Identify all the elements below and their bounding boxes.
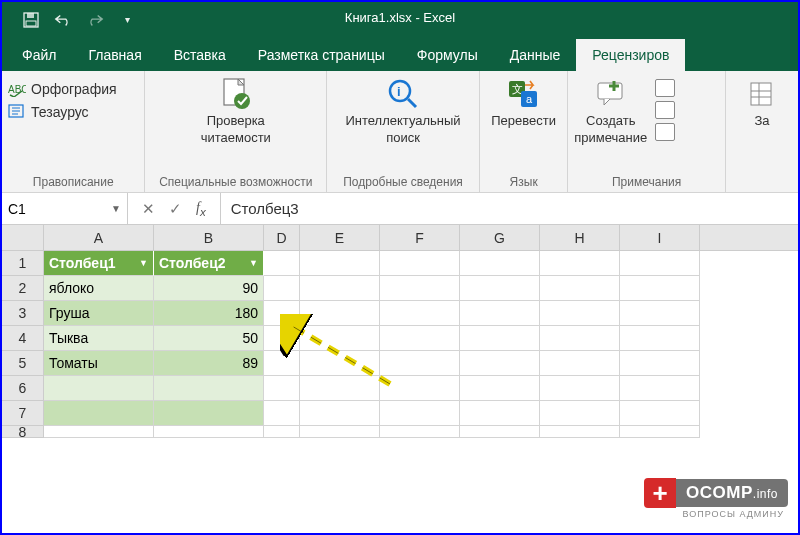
cell[interactable] [620, 276, 700, 301]
cell[interactable] [540, 326, 620, 351]
select-all-corner[interactable] [2, 225, 44, 250]
cell[interactable] [620, 401, 700, 426]
new-comment-button[interactable]: Создать примечание [574, 75, 647, 145]
cell[interactable] [380, 351, 460, 376]
cell-B5[interactable]: 89 [154, 351, 264, 376]
tab-file[interactable]: Файл [6, 39, 72, 71]
filter-dropdown-icon[interactable]: ▼ [139, 258, 148, 268]
tab-page-layout[interactable]: Разметка страницы [242, 39, 401, 71]
col-header-F[interactable]: F [380, 225, 460, 250]
cell[interactable] [540, 401, 620, 426]
delete-comment-button[interactable] [655, 79, 675, 97]
cell[interactable] [264, 376, 300, 401]
cell-A7[interactable] [44, 401, 154, 426]
col-header-A[interactable]: A [44, 225, 154, 250]
undo-icon[interactable] [54, 11, 72, 29]
cell[interactable] [300, 301, 380, 326]
cell-A5[interactable]: Томаты [44, 351, 154, 376]
cell[interactable] [460, 376, 540, 401]
col-header-H[interactable]: H [540, 225, 620, 250]
cell[interactable] [460, 426, 540, 438]
cell[interactable] [300, 251, 380, 276]
cell[interactable] [540, 426, 620, 438]
row-header-8[interactable]: 8 [2, 426, 44, 438]
smart-lookup-button[interactable]: i Интеллектуальный поиск [345, 75, 460, 145]
cell[interactable] [460, 301, 540, 326]
cell[interactable] [300, 326, 380, 351]
cell-B3[interactable]: 180 [154, 301, 264, 326]
row-header-4[interactable]: 4 [2, 326, 44, 351]
cell-B6[interactable] [154, 376, 264, 401]
cell[interactable] [380, 326, 460, 351]
cell[interactable] [620, 376, 700, 401]
redo-icon[interactable] [86, 11, 104, 29]
cell[interactable] [460, 251, 540, 276]
col-header-E[interactable]: E [300, 225, 380, 250]
row-header-1[interactable]: 1 [2, 251, 44, 276]
cell[interactable] [300, 426, 380, 438]
cell[interactable] [620, 426, 700, 438]
cell[interactable] [380, 276, 460, 301]
cell[interactable] [540, 276, 620, 301]
cell[interactable] [300, 351, 380, 376]
next-comment-button[interactable] [655, 123, 675, 141]
name-box-dropdown-icon[interactable]: ▼ [111, 203, 121, 214]
prev-comment-button[interactable] [655, 101, 675, 119]
cell-B2[interactable]: 90 [154, 276, 264, 301]
row-header-2[interactable]: 2 [2, 276, 44, 301]
cell[interactable] [460, 351, 540, 376]
tab-home[interactable]: Главная [72, 39, 157, 71]
worksheet-grid[interactable]: A B D E F G H I 1 Столбец1▼ Столбец2▼ 2 … [2, 225, 798, 438]
check-accessibility-button[interactable]: Проверка читаемости [201, 75, 271, 145]
cell[interactable] [620, 251, 700, 276]
translate-button[interactable]: 文a Перевести [491, 75, 556, 144]
name-box[interactable]: C1 ▼ [2, 193, 128, 224]
cell[interactable] [380, 251, 460, 276]
cell[interactable] [620, 351, 700, 376]
cell[interactable] [264, 426, 300, 438]
formula-bar[interactable]: Столбец3 [221, 200, 798, 217]
cell[interactable] [154, 426, 264, 438]
cell[interactable] [540, 251, 620, 276]
col-header-G[interactable]: G [460, 225, 540, 250]
cell[interactable] [300, 401, 380, 426]
cell[interactable] [540, 351, 620, 376]
col-header-D[interactable]: D [264, 225, 300, 250]
cell-A4[interactable]: Тыква [44, 326, 154, 351]
cell[interactable] [540, 301, 620, 326]
cell[interactable] [300, 276, 380, 301]
cell-A2[interactable]: яблоко [44, 276, 154, 301]
cell[interactable] [540, 376, 620, 401]
cell[interactable] [380, 376, 460, 401]
cell[interactable] [264, 251, 300, 276]
cell[interactable] [620, 301, 700, 326]
tab-review[interactable]: Рецензиров [576, 39, 685, 71]
cell[interactable] [620, 326, 700, 351]
cell[interactable] [380, 401, 460, 426]
cell[interactable] [300, 376, 380, 401]
cell[interactable] [460, 276, 540, 301]
row-header-3[interactable]: 3 [2, 301, 44, 326]
col-header-B[interactable]: B [154, 225, 264, 250]
enter-icon[interactable]: ✓ [169, 200, 182, 218]
cell-B4[interactable]: 50 [154, 326, 264, 351]
cell[interactable] [380, 426, 460, 438]
cell-A6[interactable] [44, 376, 154, 401]
table-header-col1[interactable]: Столбец1▼ [44, 251, 154, 276]
col-header-I[interactable]: I [620, 225, 700, 250]
protect-button[interactable]: За [732, 75, 792, 128]
cell-A3[interactable]: Груша [44, 301, 154, 326]
qat-customize-icon[interactable]: ▾ [118, 11, 136, 29]
tab-formulas[interactable]: Формулы [401, 39, 494, 71]
save-icon[interactable] [22, 11, 40, 29]
fx-icon[interactable]: fx [196, 200, 206, 218]
filter-dropdown-icon[interactable]: ▼ [249, 258, 258, 268]
cell[interactable] [264, 401, 300, 426]
row-header-6[interactable]: 6 [2, 376, 44, 401]
cell[interactable] [264, 276, 300, 301]
tab-insert[interactable]: Вставка [158, 39, 242, 71]
cell[interactable] [264, 301, 300, 326]
cell[interactable] [264, 326, 300, 351]
cell[interactable] [264, 351, 300, 376]
cell[interactable] [44, 426, 154, 438]
